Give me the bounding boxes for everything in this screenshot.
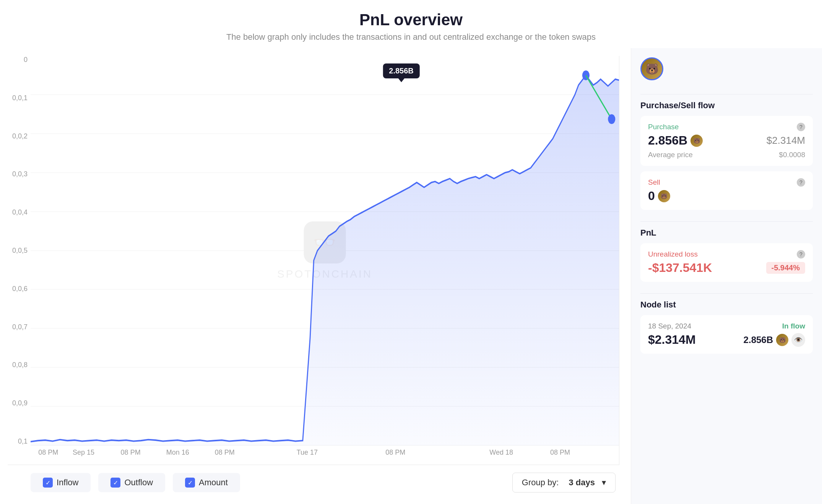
node-item: 18 Sep, 2024 In flow $2.314M 2.856B 🐻 👁️ — [648, 322, 805, 347]
sell-label-row: Sell ? — [648, 178, 805, 187]
groupby-value: 3 days — [569, 478, 595, 488]
page-subtitle: The below graph only includes the transa… — [0, 32, 822, 42]
x-label-08pm-3: 08 PM — [215, 449, 235, 457]
pnl-value-row: -$137.541K -5.944% — [648, 261, 805, 275]
pnl-block: Unrealized loss ? -$137.541K -5.944% — [640, 243, 813, 282]
node-date: 18 Sep, 2024 — [648, 322, 691, 330]
purchase-usd: $2.314M — [767, 135, 805, 146]
x-label-sep15: Sep 15 — [73, 449, 94, 457]
node-token-row: 2.856B 🐻 👁️ — [744, 333, 805, 347]
pnl-badge: -5.944% — [766, 262, 806, 274]
sell-help-icon[interactable]: ? — [797, 178, 805, 187]
sell-block: Sell ? 0 🐻 — [640, 171, 813, 210]
x-label-08pm-5: 08 PM — [550, 449, 570, 457]
node-token-avatar: 🐻 — [776, 334, 788, 346]
legend-outflow[interactable]: ✓ Outflow — [98, 473, 165, 492]
node-eye-icon[interactable]: 👁️ — [791, 333, 805, 347]
main-content: 0,1 0,0,9 0,0,8 0,0,7 0,0,6 0,0,5 0,0,4 … — [0, 48, 822, 504]
node-list-title: Node list — [640, 300, 813, 310]
y-label-2: 0,0,8 — [11, 361, 28, 369]
divider-3 — [640, 293, 813, 294]
y-label-4: 0,0,6 — [11, 285, 28, 293]
purchase-label-row: Purchase ? — [648, 123, 805, 131]
unrealized-label-row: Unrealized loss ? — [648, 250, 805, 259]
x-axis: 08 PM Sep 15 08 PM Mon 16 08 PM Tue 17 0… — [31, 445, 619, 465]
purchase-sell-title: Purchase/Sell flow — [640, 101, 813, 111]
chevron-down-icon: ▾ — [602, 478, 606, 488]
unrealized-label: Unrealized loss — [648, 250, 698, 259]
sell-value-row: 0 🐻 — [648, 189, 805, 203]
avatar: 🐻 — [640, 57, 663, 80]
x-label-wed18: Wed 18 — [489, 449, 513, 457]
purchase-value-row: 2.856B 🐻 $2.314M — [648, 133, 805, 148]
pnl-title: PnL — [640, 228, 813, 238]
y-label-9: 0,0,1 — [11, 94, 28, 102]
legend-amount[interactable]: ✓ Amount — [173, 473, 240, 492]
purchase-help-icon[interactable]: ? — [797, 123, 805, 131]
chart-container: 0,1 0,0,9 0,0,8 0,0,7 0,0,6 0,0,5 0,0,4 … — [8, 56, 619, 465]
divider-1 — [640, 94, 813, 94]
y-label-0: 0,1 — [11, 437, 28, 445]
purchase-value: 2.856B 🐻 — [648, 133, 703, 148]
outflow-checkbox[interactable]: ✓ — [110, 478, 120, 488]
chart-area: 0,1 0,0,9 0,0,8 0,0,7 0,0,6 0,0,5 0,0,4 … — [0, 48, 631, 504]
purchase-token-avatar: 🐻 — [690, 135, 703, 147]
chart-tooltip: 2.856B — [383, 63, 420, 78]
y-axis: 0,1 0,0,9 0,0,8 0,0,7 0,0,6 0,0,5 0,0,4 … — [8, 56, 31, 445]
svg-point-2 — [608, 114, 615, 124]
node-usd-value: $2.314M — [648, 333, 696, 347]
x-label-mon16: Mon 16 — [166, 449, 189, 457]
chart-svg-area: 👓 SPOTONCHAIN — [31, 56, 619, 445]
inflow-checkbox[interactable]: ✓ — [43, 478, 53, 488]
x-label-08pm-1: 08 PM — [38, 449, 58, 457]
purchase-block: Purchase ? 2.856B 🐻 $2.314M Average pric… — [640, 116, 813, 166]
inflow-label: Inflow — [57, 478, 78, 488]
groupby-selector[interactable]: Group by: 3 days ▾ — [512, 473, 616, 493]
divider-2 — [640, 221, 813, 222]
y-label-6: 0,0,4 — [11, 208, 28, 216]
outflow-label: Outflow — [124, 478, 153, 488]
chart-line-svg — [31, 56, 619, 445]
y-label-3: 0,0,7 — [11, 323, 28, 331]
pnl-value: -$137.541K — [648, 261, 712, 275]
y-label-7: 0,0,3 — [11, 170, 28, 178]
amount-checkbox[interactable]: ✓ — [185, 478, 195, 488]
x-label-08pm-2: 08 PM — [121, 449, 141, 457]
legend-bar: ✓ Inflow ✓ Outflow ✓ Amount Group by: 3 … — [8, 465, 619, 496]
purchase-label: Purchase — [648, 123, 679, 131]
node-token-value: 2.856B — [744, 335, 773, 345]
page-title: PnL overview — [0, 11, 822, 29]
amount-label: Amount — [199, 478, 228, 488]
y-label-8: 0,0,2 — [11, 132, 28, 140]
legend-inflow[interactable]: ✓ Inflow — [31, 473, 91, 492]
groupby-label: Group by: — [522, 478, 559, 488]
avg-price-row: Average price $0.0008 — [648, 151, 805, 159]
sell-value: 0 🐻 — [648, 189, 670, 203]
x-label-tue17: Tue 17 — [297, 449, 318, 457]
x-label-08pm-4: 08 PM — [385, 449, 405, 457]
avg-price-label: Average price — [648, 151, 693, 159]
avatar-row: 🐻 — [640, 57, 813, 80]
sell-label: Sell — [648, 178, 660, 187]
node-date-row: 18 Sep, 2024 In flow — [648, 322, 805, 330]
node-inflow-label: In flow — [782, 322, 805, 330]
y-label-10: 0 — [11, 56, 28, 64]
node-list-block: 18 Sep, 2024 In flow $2.314M 2.856B 🐻 👁️ — [640, 315, 813, 354]
avg-price-value: $0.0008 — [779, 151, 805, 159]
page-header: PnL overview The below graph only includ… — [0, 0, 822, 48]
y-label-1: 0,0,9 — [11, 399, 28, 407]
node-value-row: $2.314M 2.856B 🐻 👁️ — [648, 333, 805, 347]
sidebar: 🐻 Purchase/Sell flow Purchase ? 2.856B 🐻… — [631, 48, 822, 504]
y-label-5: 0,0,5 — [11, 247, 28, 255]
sell-token-avatar: 🐻 — [658, 190, 670, 202]
pnl-help-icon[interactable]: ? — [797, 250, 805, 259]
